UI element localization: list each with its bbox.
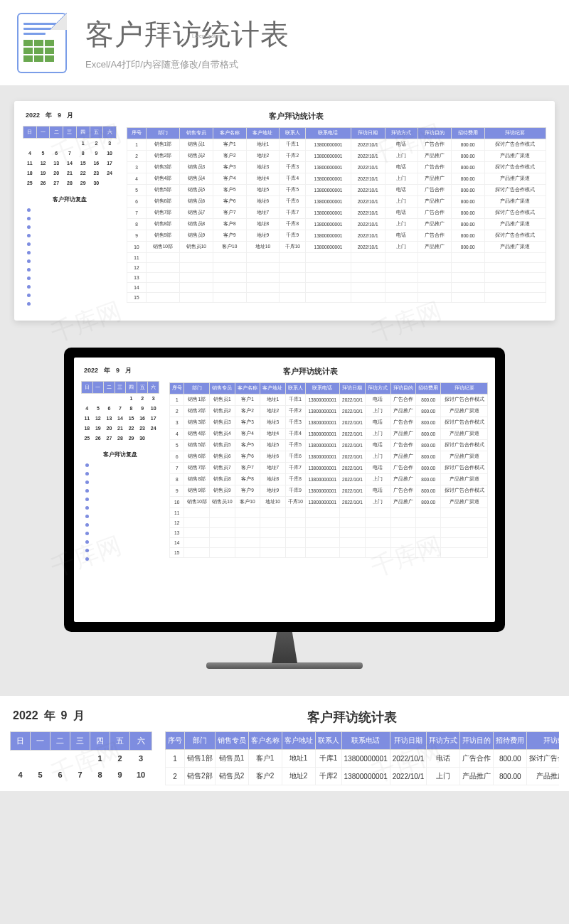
bullet-icon [85,480,89,484]
bullet-icon [27,259,31,263]
monitor-mockup: 2022年9月 日一二三四五六1234567891011121314151617… [0,348,569,669]
bullet-icon [27,208,31,212]
excel-file-icon [17,13,67,73]
bullet-icon [27,217,31,220]
visits-table: 序号部门销售专员客户名称客户地址联系人联系电话拜访日期拜访方式拜访目的招待费用拜… [165,731,559,785]
date-display: 2022年9月 [10,709,152,724]
bullet-icon [27,294,31,297]
sheet-title: 客户拜访统计表 [269,111,546,122]
bullet-icon [27,251,31,254]
monitor-base-icon [206,662,363,669]
sheet-title: 客户拜访统计表 [283,366,488,377]
bullet-icon [85,540,89,544]
date-display: 2022年9月 [23,111,117,120]
bullet-icon [85,463,89,467]
bullet-icon [85,472,89,476]
calendar: 日一二三四五六123456789101112131415161718192021… [81,381,159,444]
bullet-icon [85,506,89,510]
bullet-icon [27,268,31,272]
sheet-preview-card: 2022年9月 日一二三四五六1234567891011121314151617… [14,101,555,321]
bullet-icon [27,285,31,289]
bullet-icon [85,523,89,527]
bullet-icon [27,242,31,246]
banner: 客户拜访统计表 Lorem Ipsum Excel/A4打印/内容随意修改/自带… [0,0,569,85]
page-title: 客户拜访统计表 [85,15,548,54]
page-subtitle: Excel/A4打印/内容随意修改/自带格式 [85,58,548,71]
zoom-strip: 2022年9月 客户拜访统计表 日一二三四五六12345678910 序号部门销… [0,696,569,791]
bullet-icon [85,515,89,518]
review-title: 客户拜访复盘 [23,195,117,203]
visits-table: 序号部门销售专员客户名称客户地址联系人联系电话拜访日期拜访方式拜访目的招待费用拜… [169,382,488,558]
sheet-title: 客户拜访统计表 [307,709,559,726]
calendar: 日一二三四五六123456789101112131415161718192021… [23,126,117,188]
bullet-icon [27,276,31,280]
monitor-stand-icon [252,632,317,663]
visits-table: 序号部门销售专员客户名称客户地址联系人联系电话拜访日期拜访方式拜访目的招待费用拜… [127,127,546,303]
bullet-icon [85,557,89,561]
review-title: 客户拜访复盘 [81,451,159,458]
bullet-icon [85,489,89,493]
calendar: 日一二三四五六12345678910 [10,731,152,783]
date-display: 2022年9月 [81,366,159,375]
bullet-icon [85,549,89,552]
lorem-caption: Lorem Ipsum [192,33,221,38]
bullet-icon [85,532,89,535]
bullet-icon [27,225,31,229]
bullet-icon [27,302,31,306]
bullet-icon [27,234,31,237]
page-corner-icon [50,13,67,30]
bullet-icon [85,498,89,501]
